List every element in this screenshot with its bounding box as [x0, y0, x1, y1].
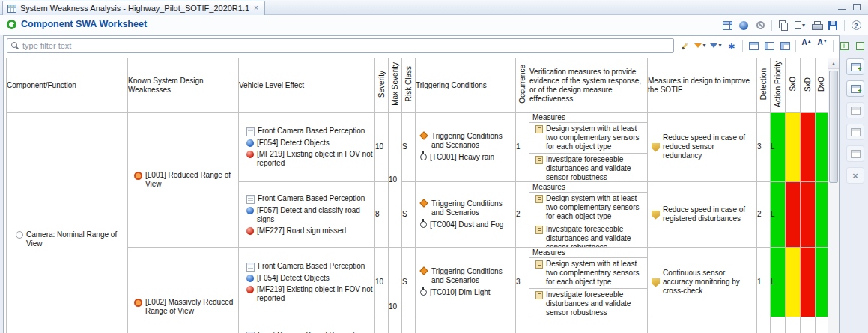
action-priority-cell[interactable]: L	[771, 112, 786, 182]
severity-cell[interactable]	[375, 317, 389, 333]
paste-row-button[interactable]	[846, 146, 864, 162]
severity-cell[interactable]: 10	[375, 112, 389, 182]
dxo-cell[interactable]	[816, 248, 828, 317]
table-layout-button[interactable]	[720, 18, 735, 32]
verification-measure[interactable]: Investigate foreseeable disturbances and…	[529, 289, 647, 317]
detection-cell[interactable]: 3	[757, 112, 771, 182]
header-toolbar: ▾ ?	[720, 18, 864, 32]
component-cell[interactable]: Camera: Nominal Range of View	[7, 112, 128, 333]
table-view-3-button[interactable]	[777, 39, 792, 53]
verification-cell[interactable]: Measures Design system with at least two…	[529, 248, 648, 317]
copy-button[interactable]	[776, 18, 791, 32]
funnel-icon	[694, 44, 702, 48]
occurrence-cell[interactable]	[516, 317, 529, 333]
vertical-scrollbar[interactable]: ▲	[828, 58, 839, 333]
risk-class-cell[interactable]: S	[402, 248, 416, 317]
detection-cell[interactable]: 2	[757, 182, 771, 248]
triggering-cell[interactable]: Triggering Conditions and Scenarios [TC0…	[416, 182, 516, 248]
print-button[interactable]	[809, 18, 824, 32]
table-view-2-button[interactable]	[762, 39, 777, 53]
scroll-up-icon[interactable]: ▲	[828, 58, 839, 69]
verification-cell[interactable]: Measures Design system with at least two…	[529, 112, 648, 182]
max-severity-cell[interactable]: 10	[389, 112, 402, 248]
design-measure-cell[interactable]: Reduce speed in case of registered distu…	[648, 182, 757, 248]
effect-cell[interactable]: Front Camera Based Perception [F054] Det…	[239, 112, 375, 182]
column-filter-button[interactable]: ▾	[708, 39, 723, 53]
maximize-icon[interactable]	[853, 4, 861, 10]
export-menu-button[interactable]: ▾	[792, 18, 807, 32]
hide-button[interactable]	[753, 18, 768, 32]
sxo-cell[interactable]	[786, 182, 801, 248]
table-view-1-button[interactable]	[746, 39, 761, 53]
dxo-cell[interactable]	[816, 112, 828, 182]
weakness-cell[interactable]: [L001] Reduced Range of View	[128, 112, 239, 248]
action-priority-cell[interactable]: L	[771, 248, 786, 317]
severity-cell[interactable]: 10	[375, 248, 389, 317]
triggering-cell[interactable]: Triggering Conditions and Scenarios [TC0…	[416, 248, 516, 317]
severity-cell[interactable]: 8	[375, 182, 389, 248]
dxo-cell[interactable]	[816, 317, 828, 333]
collapse-all-button[interactable]: −	[852, 39, 867, 53]
dropdown-arrow-icon: ▾	[718, 43, 721, 49]
verification-measure[interactable]: Investigate foreseeable disturbances and…	[529, 224, 647, 248]
verification-cell[interactable]	[529, 317, 648, 333]
max-severity-cell[interactable]: 10	[389, 248, 402, 333]
risk-class-cell[interactable]: S	[402, 182, 416, 248]
save-button[interactable]	[825, 18, 840, 32]
filter-menu-button[interactable]: ▾	[693, 39, 708, 53]
verification-measure[interactable]: Design system with at least two compleme…	[529, 193, 647, 224]
tab-close-icon[interactable]: ×	[253, 4, 259, 12]
action-priority-cell[interactable]	[771, 317, 786, 333]
copy-row-button[interactable]	[846, 124, 864, 140]
occurrence-cell[interactable]: 2	[516, 182, 529, 248]
weakness-cell[interactable]: [L002] Massively Reduced Range of View	[128, 248, 239, 333]
effect-cell[interactable]: Front Camera Based Perception [F057] Det…	[239, 182, 375, 248]
expand-all-button[interactable]: +	[837, 39, 852, 53]
font-increase-button[interactable]: A▲	[799, 39, 814, 53]
verification-cell[interactable]: Measures Design system with at least two…	[529, 182, 648, 248]
triggering-cell[interactable]: Triggering Conditions and Scenarios [TC0…	[416, 112, 516, 182]
minimize-icon[interactable]	[838, 4, 846, 10]
table-header-row: Component/Function Known System Design W…	[7, 58, 828, 112]
font-decrease-button[interactable]: A▼	[815, 39, 830, 53]
detection-cell[interactable]: 1	[757, 248, 771, 317]
highlight-button[interactable]: ∗	[724, 39, 739, 53]
printer-icon	[812, 21, 822, 29]
sxd-cell[interactable]	[801, 317, 816, 333]
design-measure-cell[interactable]: Reduce speed in case of reduced sensor r…	[648, 112, 757, 182]
add-row-button[interactable]: +	[846, 58, 864, 75]
sxo-cell[interactable]	[786, 112, 801, 182]
dxo-cell[interactable]	[816, 182, 828, 248]
sxd-cell[interactable]	[801, 182, 816, 248]
delete-row-button[interactable]: ×	[846, 167, 864, 184]
effect-cell[interactable]: Front Camera Based Perception [F054] Det…	[239, 317, 375, 333]
action-priority-cell[interactable]: L	[771, 182, 786, 248]
scrollbar-thumb[interactable]	[829, 70, 838, 183]
sxd-cell[interactable]	[801, 112, 816, 182]
effect-cell[interactable]: Front Camera Based Perception [F054] Det…	[239, 248, 375, 317]
verification-measure[interactable]: Design system with at least two compleme…	[529, 123, 647, 154]
sxo-cell[interactable]	[786, 317, 801, 333]
design-measure-cell[interactable]	[648, 317, 757, 333]
col-risk-class: Risk Class	[402, 58, 416, 112]
edit-cell-button[interactable]	[677, 39, 692, 53]
sxo-cell[interactable]	[786, 248, 801, 317]
verification-measure[interactable]: Investigate foreseeable disturbances and…	[529, 154, 647, 182]
design-measure-cell[interactable]: Continuous sensor accuracy monitoring by…	[648, 248, 757, 317]
risk-class-cell[interactable]	[402, 317, 416, 333]
malfunction-icon	[246, 227, 254, 235]
measure-icon	[535, 291, 543, 299]
detection-cell[interactable]	[757, 317, 771, 333]
risk-class-cell[interactable]: S	[402, 112, 416, 182]
triggering-cell[interactable]	[416, 317, 516, 333]
preview-button[interactable]	[736, 18, 751, 32]
help-button[interactable]: ?	[849, 18, 864, 32]
verification-measure[interactable]: Design system with at least two compleme…	[529, 258, 647, 289]
edit-row-button[interactable]	[846, 102, 864, 118]
editor-tab[interactable]: System Weakness Analysis - Highway_Pilot…	[2, 1, 265, 15]
occurrence-cell[interactable]: 1	[516, 112, 529, 182]
add-nested-row-button[interactable]: +	[846, 80, 864, 97]
sxd-cell[interactable]	[801, 248, 816, 317]
occurrence-cell[interactable]: 3	[516, 248, 529, 317]
filter-input[interactable]	[7, 38, 674, 53]
